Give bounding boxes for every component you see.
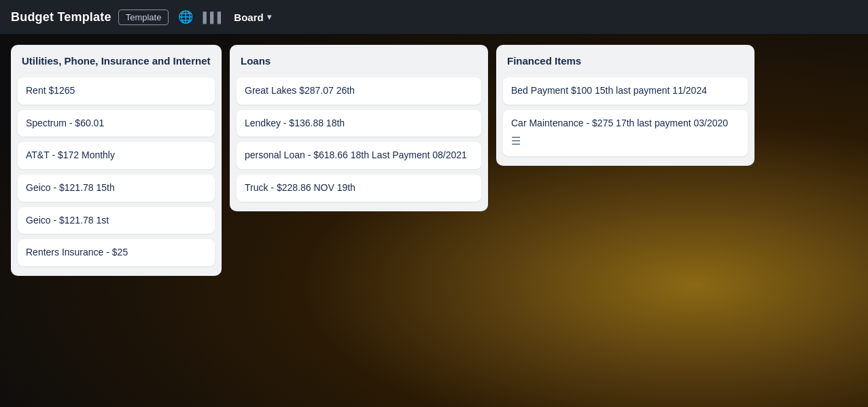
template-badge[interactable]: Template: [118, 10, 169, 25]
card-att[interactable]: AT&T - $172 Monthly: [18, 142, 215, 169]
card-lendkey[interactable]: Lendkey - $136.88 18th: [237, 110, 481, 137]
card-spectrum[interactable]: Spectrum - $60.01: [18, 110, 215, 137]
column-utilities: Utilities, Phone, Insurance and Internet…: [11, 45, 222, 276]
chevron-down-icon: ▾: [267, 12, 271, 22]
card-geico1[interactable]: Geico - $121.78 15th: [18, 175, 215, 202]
card-geico2[interactable]: Geico - $121.78 1st: [18, 207, 215, 234]
bar-chart-icon[interactable]: ▌▌▌: [203, 12, 224, 23]
header-bar: Budget Template Template 🌐 ▌▌▌ Board ▾: [0, 0, 868, 34]
column-financed-title: Financed Items: [503, 54, 748, 72]
card-personal-loan[interactable]: personal Loan - $618.66 18th Last Paymen…: [237, 142, 481, 169]
column-loans-title: Loans: [237, 54, 481, 72]
column-financed: Financed Items Bed Payment $100 15th las…: [496, 45, 754, 166]
card-bed-payment[interactable]: Bed Payment $100 15th last payment 11/20…: [503, 77, 748, 105]
card-car-text: Car Maintenance - $275 17th last payment…: [511, 117, 740, 130]
board-view-button[interactable]: Board ▾: [234, 12, 271, 23]
page-title: Budget Template: [11, 10, 111, 24]
list-icon: ☰: [511, 134, 740, 149]
card-car-maintenance[interactable]: Car Maintenance - $275 17th last payment…: [503, 110, 748, 156]
card-greatlakes[interactable]: Great Lakes $287.07 26th: [237, 77, 481, 105]
card-renters[interactable]: Renters Insurance - $25: [18, 239, 215, 266]
column-utilities-title: Utilities, Phone, Insurance and Internet: [18, 54, 215, 72]
board-label: Board: [234, 12, 263, 23]
card-truck[interactable]: Truck - $228.86 NOV 19th: [237, 175, 481, 202]
globe-icon[interactable]: 🌐: [178, 10, 193, 24]
card-rent[interactable]: Rent $1265: [18, 77, 215, 105]
column-loans: Loans Great Lakes $287.07 26th Lendkey -…: [230, 45, 488, 211]
board-area: Utilities, Phone, Insurance and Internet…: [0, 34, 868, 407]
